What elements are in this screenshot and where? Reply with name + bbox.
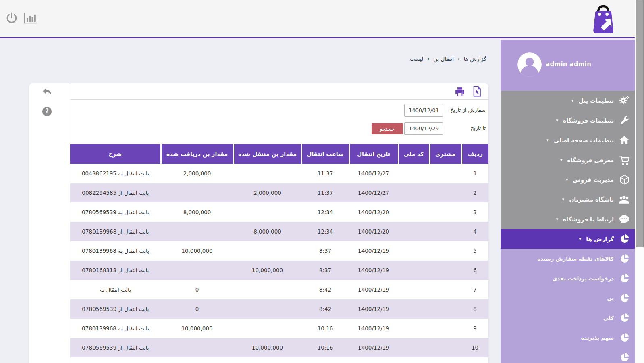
table-cell: 10 xyxy=(461,338,488,357)
home-icon xyxy=(619,135,629,146)
table-cell xyxy=(398,164,429,183)
table-row: 71400/12/198:420بابت انتقال به xyxy=(70,280,488,299)
cube-icon xyxy=(619,175,629,185)
table-cell: 4 xyxy=(461,222,488,241)
table-cell: 9 xyxy=(461,319,488,338)
sidebar-menu: تنظیمات پنل▾تنظیمات فروشگاه▾تنظیمات صفحه… xyxy=(501,91,635,249)
table-cell: 1400/12/27 xyxy=(349,164,398,183)
table-header-cell: مشتری xyxy=(429,144,461,164)
chevron-down-icon: ▾ xyxy=(571,98,574,103)
report-card: ? X سفارش از تاریخ xyxy=(29,83,488,363)
user-block[interactable]: admin admin xyxy=(501,40,635,91)
sidebar-item[interactable]: گزارش ها▾ xyxy=(501,229,635,249)
sidebar-item[interactable]: معرفی فروشگاه▾ xyxy=(501,150,635,170)
from-date-input[interactable] xyxy=(404,104,443,117)
table-row: 31400/12/2012:348,000,000بابت انتقال به … xyxy=(70,202,488,222)
sidebar-item[interactable]: درخواست پرداخت نقدی xyxy=(501,269,635,288)
chevron-down-icon: ▾ xyxy=(566,177,568,182)
bar-chart-icon[interactable] xyxy=(23,11,36,25)
to-date-label: تا تاریخ xyxy=(470,125,486,131)
sidebar-item[interactable]: مدیریت فروش▾ xyxy=(501,170,635,190)
table-cell xyxy=(398,299,429,319)
sidebar-item[interactable]: تنظیمات فروشگاه▾ xyxy=(501,111,635,130)
sidebar-item-label: معرفی فروشگاه xyxy=(567,157,614,163)
excel-export-icon[interactable]: X xyxy=(472,86,482,97)
table-cell xyxy=(398,280,429,299)
table-cell: 10:16 xyxy=(301,319,349,338)
table-cell xyxy=(398,183,429,202)
table-cell: 11:37 xyxy=(301,164,349,183)
sidebar-item[interactable]: بن xyxy=(501,288,635,308)
table-header-cell: ردیف xyxy=(461,144,488,164)
breadcrumb-item[interactable]: انتقال بن xyxy=(433,56,454,62)
table-header-cell: مقدار بن منتقل شده xyxy=(233,144,301,164)
table-cell xyxy=(161,338,233,357)
table-row: 61400/12/198:3710,000,000بابت انتقال از … xyxy=(70,261,488,280)
sidebar-item[interactable]: ارتباط با فروشگاه▾ xyxy=(501,209,635,229)
table-cell xyxy=(161,222,233,241)
help-icon[interactable]: ? xyxy=(42,107,52,116)
back-icon[interactable] xyxy=(42,87,52,97)
sidebar-submenu: کالاهای نقطه سفارش رسیدهدرخواست پرداخت ن… xyxy=(501,249,635,363)
pie-icon xyxy=(619,234,629,244)
sidebar-item[interactable]: باشگاه مشتریان▾ xyxy=(501,190,635,209)
table-cell: 10,000,000 xyxy=(233,338,301,357)
table-cell: 5 xyxy=(461,241,488,261)
table-cell: 2,000,000 xyxy=(161,164,233,183)
cart-icon xyxy=(619,155,629,165)
top-bar xyxy=(0,0,635,38)
breadcrumb-item[interactable]: لیست xyxy=(410,56,424,62)
store-logo xyxy=(589,3,617,35)
sidebar-item-label: تنظیمات فروشگاه xyxy=(563,117,614,124)
sidebar-item[interactable] xyxy=(501,348,635,363)
sidebar-item[interactable]: کالاهای نقطه سفارش رسیده xyxy=(501,249,635,269)
table-cell: 1400/12/19 xyxy=(349,299,398,319)
breadcrumb-item[interactable]: گزارش ها xyxy=(464,56,486,62)
svg-text:X: X xyxy=(475,89,479,95)
table-cell: 8 xyxy=(461,299,488,319)
sidebar-item-label: کلی xyxy=(603,315,614,321)
table-cell: بابت انتقال به 0780139968 xyxy=(70,319,161,338)
table-cell: بابت انتقال از 0780168313 xyxy=(70,261,161,280)
table-cell xyxy=(398,241,429,261)
table-cell xyxy=(233,164,301,183)
page-scrollbar[interactable] xyxy=(635,0,644,363)
print-icon[interactable] xyxy=(455,86,465,97)
user-avatar-icon xyxy=(517,52,542,77)
table-cell xyxy=(398,261,429,280)
search-button[interactable]: جستجو xyxy=(372,123,403,134)
table-cell: بابت انتقال از 0082294585 xyxy=(70,183,161,202)
table-cell xyxy=(429,241,461,261)
table-row: 21400/12/2711:372,000,000بابت انتقال از … xyxy=(70,183,488,202)
table-row: 81400/12/198:420بابت انتقال از 078056953… xyxy=(70,299,488,319)
table-cell xyxy=(429,319,461,338)
table-cell: 8:37 xyxy=(301,261,349,280)
pie-icon xyxy=(619,313,629,323)
table-header-cell: مقدار بن دریافت شده xyxy=(161,144,233,164)
table-header-cell: ساعت انتقال xyxy=(301,144,349,164)
pie-icon xyxy=(619,353,629,363)
table-cell xyxy=(398,202,429,222)
pie-icon xyxy=(619,273,629,284)
page-scrollbar-thumb[interactable] xyxy=(636,0,644,247)
sidebar-item-label: درخواست پرداخت نقدی xyxy=(552,275,614,282)
sidebar-item[interactable]: کلی xyxy=(501,308,635,328)
table-cell xyxy=(398,319,429,338)
table-cell: 10:16 xyxy=(301,338,349,357)
to-date-input[interactable] xyxy=(404,122,443,135)
breadcrumb-chevron-icon: ‹ xyxy=(458,56,460,62)
sidebar-item-label: ارتباط با فروشگاه xyxy=(563,216,614,223)
table-cell: بابت انتقال از 0780569539 xyxy=(70,338,161,357)
sidebar-item[interactable]: سهم پذیرنده xyxy=(501,328,635,348)
card-side-strip: ? xyxy=(29,83,70,363)
table-row: 101400/12/1910:1610,000,000بابت انتقال ا… xyxy=(70,338,488,357)
table-row: 91400/12/1910:1610,000,000بابت انتقال به… xyxy=(70,319,488,338)
power-icon[interactable] xyxy=(5,11,19,25)
sidebar-item[interactable]: تنظیمات صفحه اصلی▾ xyxy=(501,130,635,150)
breadcrumb: گزارش ها‹انتقال بن‹لیست xyxy=(410,56,486,62)
sidebar-item[interactable]: تنظیمات پنل▾ xyxy=(501,91,635,111)
chevron-down-icon: ▾ xyxy=(562,197,565,202)
breadcrumb-chevron-icon: ‹ xyxy=(427,56,429,62)
table-cell: 1400/12/19 xyxy=(349,261,398,280)
table-cell xyxy=(233,202,301,222)
